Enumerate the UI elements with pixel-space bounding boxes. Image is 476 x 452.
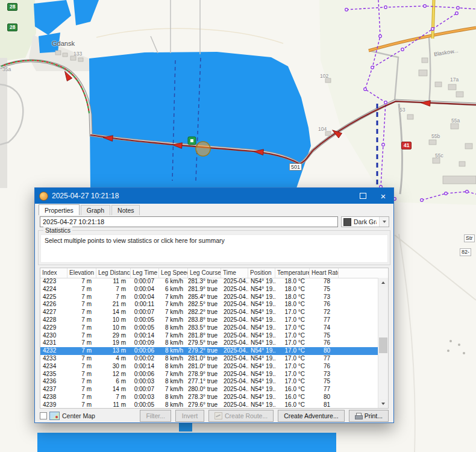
table-row[interactable]: 42277 m14 m0:00:077 km/h282.2° true2025-… [40,309,378,316]
tab-graph[interactable]: Graph [81,205,110,215]
dialog-titlebar[interactable]: 2025-04-27 10:21:18 × [35,188,393,204]
create-adventure-button[interactable]: Create Adventure... [278,410,344,422]
table-cell: N54° 19... [248,371,275,378]
column-header[interactable]: Leg Course [188,268,221,278]
vertical-scrollbar[interactable] [378,278,388,408]
table-cell: 80 [310,394,339,401]
table-row[interactable]: 42297 m10 m0:00:058 km/h283.5° true2025-… [40,324,378,332]
table-cell: 4224 [40,286,67,293]
table-cell: 17.0 °C [275,363,310,371]
table-row[interactable]: 42257 m7 m0:00:047 km/h285.4° true2025-0… [40,293,378,301]
table-cell: 75 [310,286,339,293]
scroll-thumb[interactable] [379,337,387,353]
column-header[interactable]: Index [40,268,67,278]
column-header[interactable]: Heart Rate [310,268,339,278]
close-button[interactable]: × [373,188,393,204]
table-cell: 7 m [67,355,96,363]
print-button[interactable]: Print... [349,410,389,422]
table-cell: 7 m [67,286,96,293]
column-header[interactable]: Leg Time [131,268,159,278]
column-header[interactable]: Position [248,268,275,278]
table-cell: 281.0° true [188,355,221,363]
table-cell: 10 m [96,324,131,332]
statistics-summary[interactable]: Select multiple points to view statistic… [40,234,388,263]
table-row[interactable]: 42287 m10 m0:00:057 km/h283.8° true2025-… [40,316,378,324]
table-cell: 7 km/h [159,332,188,340]
checkbox[interactable] [40,412,47,419]
track-color-select[interactable]: Dark Gray [341,216,389,227]
table-cell: 4233 [40,355,67,363]
table-cell: 7 m [67,394,96,401]
filter-button[interactable]: Filter... [140,410,171,422]
center-map-checkbox[interactable]: Center Map [40,412,95,420]
table-cell: 2025-04... [221,378,248,386]
table-row[interactable]: 42237 m11 m0:00:076 km/h281.3° true2025-… [40,278,378,286]
table-cell: 2025-04... [221,355,248,363]
table-row[interactable]: 42267 m21 m0:00:117 km/h282.5° true2025-… [40,301,378,309]
table-row[interactable]: 42327 m13 m0:00:068 km/h279.2° true2025-… [40,347,378,355]
table-cell: 2025-04... [221,347,248,355]
table-cell: 7 km/h [159,293,188,301]
table-cell: 278.9° true [188,371,221,378]
table-cell: N54° 19... [248,339,275,347]
dialog-footer: Center Map Filter...InvertCreate Route..… [40,410,389,422]
column-header[interactable]: Elevation [67,268,96,278]
tab-properties[interactable]: Properties [39,204,80,215]
maximize-button[interactable] [352,188,373,204]
table-cell: 30 m [96,363,131,371]
table-cell: 29 m [96,332,131,340]
column-header[interactable]: Leg Speed [159,268,188,278]
table-row[interactable]: 42367 m6 m0:00:038 km/h277.1° true2025-0… [40,378,378,386]
table-cell: 7 m [67,293,96,301]
create-route-button[interactable]: Create Route... [208,410,274,422]
column-header[interactable]: Time [221,268,248,278]
chevron-down-icon[interactable] [379,217,389,227]
table-row[interactable]: 42307 m29 m0:00:147 km/h281.8° true2025-… [40,332,378,340]
table-cell: 0:00:14 [131,332,159,340]
table-cell: 13 m [96,347,131,355]
table-row[interactable]: 42377 m14 m0:00:077 km/h280.0° true2025-… [40,386,378,394]
table-cell: 81 [310,401,339,408]
column-header[interactable]: Leg Distance [96,268,131,278]
table-row[interactable]: 42347 m30 m0:00:148 km/h281.0° true2025-… [40,363,378,371]
table-cell: N54° 19... [248,347,275,355]
table-row[interactable]: 42337 m4 m0:00:028 km/h281.0° true2025-0… [40,355,378,363]
table-cell: 7 m [67,309,96,316]
table-cell: 8 km/h [159,355,188,363]
table-cell: 14 m [96,386,131,394]
column-header[interactable]: Temperature [275,268,310,278]
table-cell: 2025-04... [221,332,248,340]
table-cell: 18.0 °C [275,278,310,286]
table-cell: 16.0 °C [275,394,310,401]
table-cell: 4227 [40,309,67,316]
map-view[interactable]: Gdansk13335a1021045317a55a55b55c50141282… [0,0,476,452]
track-name-input[interactable] [40,216,338,227]
color-swatch [343,218,351,226]
scroll-up-arrow[interactable] [378,278,388,287]
table-cell: 17.0 °C [275,324,310,332]
table-cell: 17.0 °C [275,355,310,363]
table-cell: 7 km/h [159,301,188,309]
table-row[interactable]: 42397 m11 m0:00:058 km/h279.6° true2025-… [40,401,378,408]
table-row[interactable]: 42247 m7 m0:00:046 km/h281.9° true2025-0… [40,286,378,293]
selected-point-highlight [196,142,210,156]
tab-notes[interactable]: Notes [111,205,140,215]
geocache-icon[interactable] [188,137,196,145]
table-cell: 74 [310,324,339,332]
table-cell: N54° 19... [248,309,275,316]
table-cell: 0:00:09 [131,339,159,347]
table-cell: 4237 [40,386,67,394]
table-cell: 77 [310,386,339,394]
table-cell: 7 m [96,293,131,301]
table-row[interactable]: 42357 m12 m0:00:067 km/h278.9° true2025-… [40,371,378,378]
table-cell: 8 km/h [159,378,188,386]
table-cell: N54° 19... [248,386,275,394]
table-cell: 4228 [40,316,67,324]
table-row[interactable]: 42317 m19 m0:00:098 km/h279.5° true2025-… [40,339,378,347]
footer-buttons: Filter...InvertCreate Route...Create Adv… [140,410,389,422]
table-row[interactable]: 42387 m7 m0:00:038 km/h278.3° true2025-0… [40,394,378,401]
table-cell: 7 km/h [159,386,188,394]
scroll-down-arrow[interactable] [378,399,388,408]
table-cell: 2025-04... [221,401,248,408]
invert-button[interactable]: Invert [175,410,204,422]
